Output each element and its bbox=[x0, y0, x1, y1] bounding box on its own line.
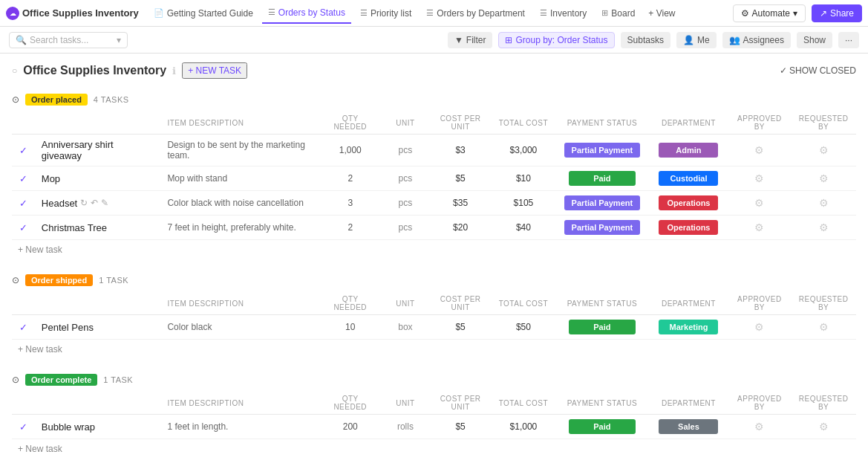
top-navigation: ☁ Office Supplies Inventory 📄 Getting St… bbox=[0, 0, 868, 27]
col-header-qty-needed: QTY NEEDED bbox=[319, 292, 382, 315]
dept-badge[interactable]: Sales bbox=[659, 419, 718, 434]
task-unit: pcs bbox=[382, 216, 429, 240]
task-unit: pcs bbox=[382, 135, 429, 166]
task-action-icon[interactable]: ↶ bbox=[91, 198, 98, 208]
task-unit: box bbox=[382, 315, 429, 340]
payment-badge[interactable]: Paid bbox=[569, 171, 636, 186]
tab-icon-board: ⊞ bbox=[601, 8, 608, 18]
tab-inventory[interactable]: ☰ Inventory bbox=[534, 3, 593, 24]
task-action-icon[interactable]: ↻ bbox=[80, 198, 88, 208]
payment-badge[interactable]: Partial Payment bbox=[564, 195, 641, 210]
status-badge[interactable]: Order shipped bbox=[25, 274, 93, 286]
group-collapse-icon[interactable]: ⊙ bbox=[12, 275, 19, 285]
task-name[interactable]: Bubble wrap bbox=[42, 421, 95, 433]
status-badge[interactable]: Order placed bbox=[25, 94, 88, 106]
task-checkbox[interactable]: ✓ bbox=[19, 145, 27, 156]
task-name-cell: Bubble wrap bbox=[36, 415, 162, 439]
main-content: ○ Office Supplies Inventory ℹ + NEW TASK… bbox=[0, 54, 868, 466]
dept-badge[interactable]: Marketing bbox=[659, 320, 718, 334]
task-name[interactable]: Pentel Pens bbox=[42, 322, 94, 333]
add-view-button[interactable]: + View bbox=[644, 5, 679, 22]
gear-icon[interactable]: ⚙ bbox=[819, 321, 829, 333]
gear-icon[interactable]: ⚙ bbox=[819, 172, 829, 184]
task-checkbox-cell: ✓ bbox=[12, 315, 36, 340]
payment-badge[interactable]: Partial Payment bbox=[564, 220, 641, 235]
more-options-button[interactable]: ··· bbox=[838, 32, 859, 48]
payment-badge[interactable]: Partial Payment bbox=[564, 143, 641, 158]
gear-icon[interactable]: ⚙ bbox=[754, 421, 764, 433]
tab-icon-getting-started: 📄 bbox=[154, 8, 164, 18]
task-department: Sales bbox=[649, 415, 728, 439]
dept-badge[interactable]: Admin bbox=[659, 143, 718, 158]
gear-icon[interactable]: ⚙ bbox=[819, 421, 829, 433]
group-collapse-icon[interactable]: ⊙ bbox=[12, 375, 19, 385]
dept-badge[interactable]: Operations bbox=[659, 220, 718, 235]
task-name[interactable]: Headset bbox=[42, 198, 77, 209]
new-task-row[interactable]: + New task bbox=[12, 240, 856, 259]
payment-badge[interactable]: Paid bbox=[569, 419, 636, 434]
task-cost-per-unit: $5 bbox=[429, 166, 492, 191]
gear-icon[interactable]: ⚙ bbox=[819, 221, 829, 233]
new-task-row[interactable]: + New task bbox=[12, 340, 856, 359]
group-collapse-icon[interactable]: ⊙ bbox=[12, 94, 19, 105]
payment-badge[interactable]: Paid bbox=[569, 320, 636, 334]
group-by-button[interactable]: ⊞ Group by: Order Status bbox=[498, 32, 614, 48]
tab-priority-list[interactable]: ☰ Priority list bbox=[354, 3, 417, 24]
page-info-icon: ℹ bbox=[172, 65, 176, 77]
new-task-button[interactable]: + NEW TASK bbox=[182, 62, 247, 79]
gear-icon[interactable]: ⚙ bbox=[819, 197, 829, 209]
page-collapse-icon[interactable]: ○ bbox=[12, 65, 17, 76]
task-name[interactable]: Christmas Tree bbox=[42, 222, 107, 233]
task-checkbox[interactable]: ✓ bbox=[19, 173, 27, 184]
gear-icon[interactable]: ⚙ bbox=[819, 144, 829, 156]
col-header-cost-per-unit: COST PER UNIT bbox=[429, 292, 492, 315]
task-department: Operations bbox=[649, 216, 728, 240]
task-checkbox[interactable]: ✓ bbox=[19, 421, 27, 433]
filter-button[interactable]: ▼ Filter bbox=[448, 32, 493, 48]
task-checkbox[interactable]: ✓ bbox=[19, 222, 27, 233]
tab-getting-started[interactable]: 📄 Getting Started Guide bbox=[148, 3, 259, 24]
tab-icon-priority: ☰ bbox=[360, 8, 368, 18]
show-closed-button[interactable]: ✓ SHOW CLOSED bbox=[780, 65, 856, 76]
col-header-check bbox=[12, 292, 36, 315]
gear-icon[interactable]: ⚙ bbox=[754, 221, 764, 233]
task-unit: pcs bbox=[382, 191, 429, 216]
task-checkbox-cell: ✓ bbox=[12, 135, 36, 166]
share-button[interactable]: ↗ Share bbox=[812, 4, 862, 22]
automate-button[interactable]: ⚙ Automate ▾ bbox=[733, 4, 806, 22]
task-payment-status: Paid bbox=[555, 315, 649, 340]
col-header-requested-by: REQUESTED BY bbox=[791, 392, 856, 415]
gear-icon[interactable]: ⚙ bbox=[754, 172, 764, 184]
task-name[interactable]: Mop bbox=[42, 173, 60, 184]
tab-orders-by-dept[interactable]: ☰ Orders by Department bbox=[420, 3, 531, 24]
subtasks-button[interactable]: Subtasks bbox=[621, 32, 670, 48]
col-header-payment-status: PAYMENT STATUS bbox=[555, 292, 649, 315]
status-group-order-complete: ⊙Order complete1 TASKITEM DESCRIPTIONQTY… bbox=[12, 371, 856, 459]
task-checkbox[interactable]: ✓ bbox=[19, 322, 27, 333]
toolbar: 🔍 Search tasks... ▾ ▼ Filter ⊞ Group by:… bbox=[0, 27, 868, 54]
show-button[interactable]: Show bbox=[797, 32, 832, 48]
search-box[interactable]: 🔍 Search tasks... ▾ bbox=[9, 32, 128, 48]
dept-badge[interactable]: Operations bbox=[659, 195, 718, 210]
gear-icon[interactable]: ⚙ bbox=[754, 197, 764, 209]
gear-icon[interactable]: ⚙ bbox=[754, 144, 764, 156]
task-unit: pcs bbox=[382, 166, 429, 191]
assignees-button[interactable]: 👥 Assignees bbox=[722, 32, 791, 48]
col-header-total-cost: TOTAL COST bbox=[492, 292, 555, 315]
tab-orders-by-status[interactable]: ☰ Orders by Status bbox=[262, 3, 351, 24]
new-task-row[interactable]: + New task bbox=[12, 439, 856, 459]
task-name-cell: Pentel Pens bbox=[36, 315, 162, 340]
dept-badge[interactable]: Custodial bbox=[659, 171, 718, 186]
me-button[interactable]: 👤 Me bbox=[676, 32, 717, 48]
task-name[interactable]: Anniversary shirt giveaway bbox=[42, 139, 156, 161]
gear-icon[interactable]: ⚙ bbox=[754, 321, 764, 333]
search-chevron-icon: ▾ bbox=[117, 35, 121, 45]
table-row: ✓MopMop with stand2pcs$5$10PaidCustodial… bbox=[12, 166, 856, 191]
tab-icon-inventory: ☰ bbox=[540, 8, 547, 18]
task-qty: 200 bbox=[319, 415, 382, 439]
task-checkbox[interactable]: ✓ bbox=[19, 198, 27, 209]
task-payment-status: Partial Payment bbox=[555, 216, 649, 240]
tab-board[interactable]: ⊞ Board bbox=[595, 3, 641, 24]
status-badge[interactable]: Order complete bbox=[25, 374, 97, 386]
task-action-icon[interactable]: ✎ bbox=[101, 198, 108, 208]
